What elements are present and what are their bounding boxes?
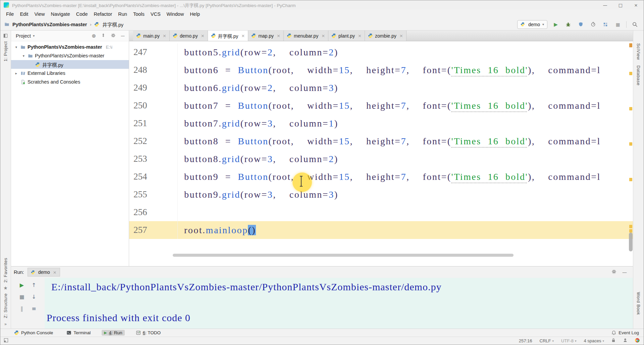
- run-console[interactable]: E:/install_back/PythonPlantsVsZombies-ma…: [45, 278, 633, 329]
- toolwindow-button-4-run[interactable]: ▶4: Run: [102, 330, 124, 336]
- menu-navigate[interactable]: Navigate: [48, 11, 73, 17]
- stop-icon[interactable]: ■: [614, 20, 622, 29]
- run-settings-gear-icon[interactable]: [610, 269, 618, 275]
- menu-run[interactable]: Run: [115, 11, 130, 17]
- stripe-structure-button[interactable]: Z: Structure: [3, 293, 8, 318]
- gear-icon[interactable]: [111, 33, 116, 39]
- tab-close-icon[interactable]: ×: [321, 33, 325, 38]
- minimize-button[interactable]: —: [597, 0, 613, 10]
- code-line-255[interactable]: 255button9.grid(row=3, column=3): [129, 186, 633, 203]
- search-everywhere-icon[interactable]: [631, 20, 639, 29]
- more-tool-windows-icon[interactable]: »: [4, 322, 7, 327]
- project-tree-item[interactable]: 井字棋.py: [11, 60, 129, 69]
- menu-edit[interactable]: Edit: [17, 11, 31, 17]
- caret-down-icon[interactable]: ▾: [14, 45, 19, 49]
- editor-tab[interactable]: main.py×: [133, 31, 170, 41]
- code-line-249[interactable]: 249button6.grid(row=2, column=3): [129, 79, 633, 97]
- warning-stripe-mark[interactable]: [629, 107, 632, 110]
- breadcrumb-file[interactable]: 井字棋.py: [102, 21, 123, 28]
- project-tree-item[interactable]: ▸External Libraries: [11, 69, 129, 78]
- restore-layout-button[interactable]: ≡: [28, 303, 40, 314]
- run-icon[interactable]: ▶: [552, 20, 560, 29]
- menu-help[interactable]: Help: [187, 11, 203, 17]
- warning-stripe-mark[interactable]: [629, 72, 632, 75]
- toolwindow-button-python-console[interactable]: Python Console: [12, 330, 55, 336]
- project-tool-icon[interactable]: [3, 33, 8, 39]
- line-separator-indicator[interactable]: CRLF▾: [540, 338, 554, 343]
- code-line-247[interactable]: 247button5.grid(row=2, column=2): [129, 43, 633, 61]
- tab-close-icon[interactable]: ×: [241, 33, 245, 38]
- tab-close-icon[interactable]: ×: [163, 33, 166, 38]
- editor-tab[interactable]: 井字棋.py×: [208, 31, 249, 41]
- tab-close-icon[interactable]: ×: [201, 33, 205, 38]
- scrollbar-thumb[interactable]: [629, 233, 633, 251]
- stripe-database-button[interactable]: Database: [636, 65, 641, 86]
- rerun-button[interactable]: ▶: [16, 279, 28, 291]
- collapse-all-icon[interactable]: [101, 33, 106, 39]
- tool-window-quick-access-icon[interactable]: [4, 338, 8, 344]
- tab-close-icon[interactable]: ×: [53, 270, 57, 275]
- vertical-scrollbar[interactable]: [628, 41, 633, 266]
- lock-icon[interactable]: [611, 338, 615, 344]
- profiler-icon[interactable]: [589, 20, 597, 29]
- editor-tab[interactable]: map.py×: [248, 31, 284, 41]
- indent-indicator[interactable]: 4 spaces▾: [584, 338, 604, 343]
- menu-code[interactable]: Code: [73, 11, 91, 17]
- stripe-favorites-button[interactable]: 2: Favorites: [3, 258, 8, 283]
- coverage-icon[interactable]: [577, 20, 585, 29]
- menu-vcs[interactable]: VCS: [148, 11, 164, 17]
- stack-down-button[interactable]: ↓: [28, 291, 40, 303]
- editor-tab[interactable]: menubar.py×: [284, 31, 328, 41]
- code-line-251[interactable]: 251button7.grid(row=3, column=1): [129, 114, 633, 132]
- project-tree-item[interactable]: ▾PythonPlantsVsZombies-masterE:\i: [11, 43, 129, 51]
- event-log-button[interactable]: Event Log: [611, 330, 639, 335]
- concurrency-icon[interactable]: [601, 20, 609, 29]
- run-tab-demo[interactable]: demo ×: [28, 268, 60, 277]
- tab-close-icon[interactable]: ×: [358, 33, 362, 38]
- editor-tab[interactable]: plant.py×: [328, 31, 365, 41]
- toolwindow-button-6-todo[interactable]: 6: TODO: [133, 330, 163, 336]
- hide-run-panel-icon[interactable]: —: [621, 269, 628, 275]
- warning-stripe-mark[interactable]: [629, 178, 632, 181]
- highlighting-level-icon[interactable]: [623, 338, 628, 344]
- horizontal-scrollbar[interactable]: [173, 254, 514, 257]
- code-line-252[interactable]: 252button8 = Button(root, width=15, heig…: [129, 132, 633, 150]
- warning-stripe-mark[interactable]: [629, 142, 632, 146]
- code-line-248[interactable]: 248button6 = Button(root, width=15, heig…: [129, 61, 633, 79]
- code-line-254[interactable]: 254button9 = Button(root, width=15, heig…: [129, 168, 633, 186]
- stripe-wordbook-button[interactable]: Word Book: [636, 292, 641, 315]
- code-line-257[interactable]: 257root.mainloop(): [129, 221, 633, 239]
- toolwindow-button-terminal[interactable]: Terminal: [64, 330, 93, 336]
- locate-file-icon[interactable]: ⊕: [92, 33, 96, 39]
- stripe-sciview-button[interactable]: SciView: [636, 43, 641, 60]
- close-button[interactable]: ×: [628, 0, 644, 10]
- encoding-indicator[interactable]: UTF-8▾: [561, 338, 576, 343]
- maximize-button[interactable]: □: [613, 0, 628, 10]
- editor-tab[interactable]: demo.py×: [170, 31, 208, 41]
- code-line-256[interactable]: 256: [129, 203, 633, 221]
- star-icon[interactable]: ★: [3, 285, 8, 291]
- breadcrumb-project[interactable]: PythonPlantsVsZombies-master: [12, 22, 87, 27]
- pause-output-button[interactable]: ‖: [16, 303, 28, 314]
- browser-notification-icon[interactable]: [635, 338, 640, 344]
- caret-down-icon[interactable]: ▾: [21, 54, 26, 58]
- editor-tab[interactable]: zombie.py×: [365, 31, 407, 41]
- inspection-indicator[interactable]: [629, 43, 632, 47]
- project-panel-title[interactable]: Project: [16, 33, 31, 39]
- tab-close-icon[interactable]: ×: [277, 33, 280, 38]
- menu-window[interactable]: Window: [164, 11, 187, 17]
- hide-panel-icon[interactable]: —: [121, 34, 125, 38]
- caret-right-icon[interactable]: ▸: [14, 71, 19, 75]
- caret-position[interactable]: 257:16: [519, 338, 532, 343]
- stack-up-button[interactable]: ↑: [28, 279, 40, 291]
- debug-icon[interactable]: [564, 20, 572, 29]
- menu-file[interactable]: File: [3, 11, 17, 17]
- code-editor[interactable]: 247button5.grid(row=2, column=2)248butto…: [129, 41, 633, 266]
- project-tree-item[interactable]: ▾PythonPlantsVsZombies-master: [11, 51, 129, 60]
- warning-stripe-mark[interactable]: [629, 225, 632, 228]
- stop-button[interactable]: ■: [16, 291, 28, 303]
- menu-tools[interactable]: Tools: [130, 11, 148, 17]
- tab-close-icon[interactable]: ×: [399, 33, 403, 38]
- code-line-253[interactable]: 253button8.grid(row=3, column=2): [129, 150, 633, 168]
- menu-refactor[interactable]: Refactor: [91, 11, 115, 17]
